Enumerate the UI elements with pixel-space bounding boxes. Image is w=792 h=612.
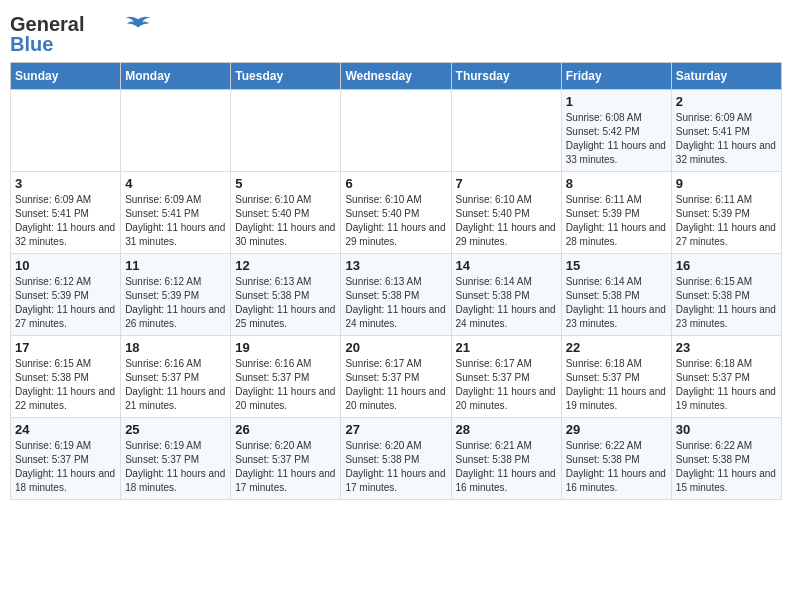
calendar-cell: 11Sunrise: 6:12 AM Sunset: 5:39 PM Dayli… <box>121 254 231 336</box>
day-number: 21 <box>456 340 557 355</box>
calendar-cell: 8Sunrise: 6:11 AM Sunset: 5:39 PM Daylig… <box>561 172 671 254</box>
day-number: 19 <box>235 340 336 355</box>
day-info: Sunrise: 6:09 AM Sunset: 5:41 PM Dayligh… <box>15 193 116 249</box>
weekday-header-saturday: Saturday <box>671 63 781 90</box>
day-number: 16 <box>676 258 777 273</box>
day-info: Sunrise: 6:22 AM Sunset: 5:38 PM Dayligh… <box>676 439 777 495</box>
calendar-cell <box>11 90 121 172</box>
day-number: 10 <box>15 258 116 273</box>
calendar-cell: 12Sunrise: 6:13 AM Sunset: 5:38 PM Dayli… <box>231 254 341 336</box>
calendar-cell: 7Sunrise: 6:10 AM Sunset: 5:40 PM Daylig… <box>451 172 561 254</box>
calendar-cell: 27Sunrise: 6:20 AM Sunset: 5:38 PM Dayli… <box>341 418 451 500</box>
day-number: 29 <box>566 422 667 437</box>
calendar-week-5: 24Sunrise: 6:19 AM Sunset: 5:37 PM Dayli… <box>11 418 782 500</box>
day-number: 25 <box>125 422 226 437</box>
calendar-cell: 22Sunrise: 6:18 AM Sunset: 5:37 PM Dayli… <box>561 336 671 418</box>
calendar-cell: 15Sunrise: 6:14 AM Sunset: 5:38 PM Dayli… <box>561 254 671 336</box>
calendar-cell: 1Sunrise: 6:08 AM Sunset: 5:42 PM Daylig… <box>561 90 671 172</box>
calendar-cell: 26Sunrise: 6:20 AM Sunset: 5:37 PM Dayli… <box>231 418 341 500</box>
day-number: 26 <box>235 422 336 437</box>
day-info: Sunrise: 6:11 AM Sunset: 5:39 PM Dayligh… <box>566 193 667 249</box>
weekday-header-thursday: Thursday <box>451 63 561 90</box>
day-info: Sunrise: 6:12 AM Sunset: 5:39 PM Dayligh… <box>125 275 226 331</box>
day-info: Sunrise: 6:20 AM Sunset: 5:37 PM Dayligh… <box>235 439 336 495</box>
logo-general: General <box>10 14 84 34</box>
day-number: 28 <box>456 422 557 437</box>
day-info: Sunrise: 6:09 AM Sunset: 5:41 PM Dayligh… <box>125 193 226 249</box>
day-number: 17 <box>15 340 116 355</box>
calendar-cell <box>341 90 451 172</box>
day-number: 5 <box>235 176 336 191</box>
calendar-cell <box>121 90 231 172</box>
day-number: 18 <box>125 340 226 355</box>
day-number: 20 <box>345 340 446 355</box>
day-number: 15 <box>566 258 667 273</box>
calendar-cell: 18Sunrise: 6:16 AM Sunset: 5:37 PM Dayli… <box>121 336 231 418</box>
calendar-cell: 3Sunrise: 6:09 AM Sunset: 5:41 PM Daylig… <box>11 172 121 254</box>
day-number: 7 <box>456 176 557 191</box>
calendar-cell: 28Sunrise: 6:21 AM Sunset: 5:38 PM Dayli… <box>451 418 561 500</box>
calendar-header-row: SundayMondayTuesdayWednesdayThursdayFrid… <box>11 63 782 90</box>
calendar-week-3: 10Sunrise: 6:12 AM Sunset: 5:39 PM Dayli… <box>11 254 782 336</box>
day-info: Sunrise: 6:17 AM Sunset: 5:37 PM Dayligh… <box>456 357 557 413</box>
calendar-cell: 23Sunrise: 6:18 AM Sunset: 5:37 PM Dayli… <box>671 336 781 418</box>
day-number: 2 <box>676 94 777 109</box>
day-number: 8 <box>566 176 667 191</box>
calendar-cell <box>231 90 341 172</box>
day-info: Sunrise: 6:19 AM Sunset: 5:37 PM Dayligh… <box>125 439 226 495</box>
day-info: Sunrise: 6:11 AM Sunset: 5:39 PM Dayligh… <box>676 193 777 249</box>
calendar-cell: 10Sunrise: 6:12 AM Sunset: 5:39 PM Dayli… <box>11 254 121 336</box>
calendar-cell: 2Sunrise: 6:09 AM Sunset: 5:41 PM Daylig… <box>671 90 781 172</box>
day-info: Sunrise: 6:14 AM Sunset: 5:38 PM Dayligh… <box>566 275 667 331</box>
calendar-cell: 25Sunrise: 6:19 AM Sunset: 5:37 PM Dayli… <box>121 418 231 500</box>
weekday-header-tuesday: Tuesday <box>231 63 341 90</box>
day-number: 22 <box>566 340 667 355</box>
day-info: Sunrise: 6:10 AM Sunset: 5:40 PM Dayligh… <box>235 193 336 249</box>
calendar-cell: 29Sunrise: 6:22 AM Sunset: 5:38 PM Dayli… <box>561 418 671 500</box>
calendar-cell: 6Sunrise: 6:10 AM Sunset: 5:40 PM Daylig… <box>341 172 451 254</box>
calendar-table: SundayMondayTuesdayWednesdayThursdayFrid… <box>10 62 782 500</box>
day-info: Sunrise: 6:08 AM Sunset: 5:42 PM Dayligh… <box>566 111 667 167</box>
logo-blue: Blue <box>10 34 53 54</box>
calendar-cell: 30Sunrise: 6:22 AM Sunset: 5:38 PM Dayli… <box>671 418 781 500</box>
calendar-cell: 20Sunrise: 6:17 AM Sunset: 5:37 PM Dayli… <box>341 336 451 418</box>
calendar-cell: 16Sunrise: 6:15 AM Sunset: 5:38 PM Dayli… <box>671 254 781 336</box>
day-info: Sunrise: 6:15 AM Sunset: 5:38 PM Dayligh… <box>15 357 116 413</box>
logo: General Blue <box>10 10 152 54</box>
day-number: 13 <box>345 258 446 273</box>
calendar-cell <box>451 90 561 172</box>
day-number: 12 <box>235 258 336 273</box>
weekday-header-wednesday: Wednesday <box>341 63 451 90</box>
day-info: Sunrise: 6:13 AM Sunset: 5:38 PM Dayligh… <box>345 275 446 331</box>
calendar-cell: 4Sunrise: 6:09 AM Sunset: 5:41 PM Daylig… <box>121 172 231 254</box>
calendar-week-2: 3Sunrise: 6:09 AM Sunset: 5:41 PM Daylig… <box>11 172 782 254</box>
day-number: 1 <box>566 94 667 109</box>
day-info: Sunrise: 6:18 AM Sunset: 5:37 PM Dayligh… <box>566 357 667 413</box>
day-info: Sunrise: 6:18 AM Sunset: 5:37 PM Dayligh… <box>676 357 777 413</box>
day-number: 23 <box>676 340 777 355</box>
day-info: Sunrise: 6:22 AM Sunset: 5:38 PM Dayligh… <box>566 439 667 495</box>
day-number: 30 <box>676 422 777 437</box>
day-info: Sunrise: 6:16 AM Sunset: 5:37 PM Dayligh… <box>235 357 336 413</box>
day-info: Sunrise: 6:15 AM Sunset: 5:38 PM Dayligh… <box>676 275 777 331</box>
calendar-cell: 9Sunrise: 6:11 AM Sunset: 5:39 PM Daylig… <box>671 172 781 254</box>
day-number: 14 <box>456 258 557 273</box>
day-info: Sunrise: 6:19 AM Sunset: 5:37 PM Dayligh… <box>15 439 116 495</box>
header: General Blue <box>10 10 782 54</box>
day-info: Sunrise: 6:10 AM Sunset: 5:40 PM Dayligh… <box>456 193 557 249</box>
day-info: Sunrise: 6:17 AM Sunset: 5:37 PM Dayligh… <box>345 357 446 413</box>
day-number: 27 <box>345 422 446 437</box>
calendar-cell: 21Sunrise: 6:17 AM Sunset: 5:37 PM Dayli… <box>451 336 561 418</box>
day-info: Sunrise: 6:14 AM Sunset: 5:38 PM Dayligh… <box>456 275 557 331</box>
calendar-week-4: 17Sunrise: 6:15 AM Sunset: 5:38 PM Dayli… <box>11 336 782 418</box>
day-number: 3 <box>15 176 116 191</box>
weekday-header-friday: Friday <box>561 63 671 90</box>
day-number: 11 <box>125 258 226 273</box>
calendar-body: 1Sunrise: 6:08 AM Sunset: 5:42 PM Daylig… <box>11 90 782 500</box>
calendar-cell: 14Sunrise: 6:14 AM Sunset: 5:38 PM Dayli… <box>451 254 561 336</box>
day-info: Sunrise: 6:21 AM Sunset: 5:38 PM Dayligh… <box>456 439 557 495</box>
day-info: Sunrise: 6:09 AM Sunset: 5:41 PM Dayligh… <box>676 111 777 167</box>
day-number: 9 <box>676 176 777 191</box>
calendar-cell: 5Sunrise: 6:10 AM Sunset: 5:40 PM Daylig… <box>231 172 341 254</box>
weekday-header-sunday: Sunday <box>11 63 121 90</box>
